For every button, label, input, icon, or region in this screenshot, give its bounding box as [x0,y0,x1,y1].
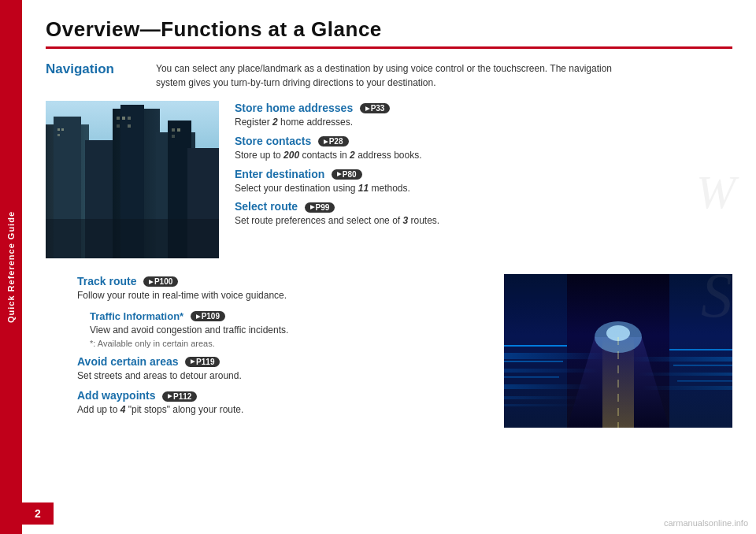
svg-rect-17 [172,128,175,132]
svg-point-31 [595,321,642,353]
svg-rect-18 [177,128,180,132]
svg-rect-37 [504,361,563,362]
page-number: 2 [22,502,54,525]
svg-point-32 [606,325,630,341]
feature-select-route-desc: Set route preferences and select one of … [235,214,732,228]
feature-avoid-areas-title: Avoid certain areas [77,355,179,368]
svg-rect-39 [669,349,732,350]
feature-store-contacts: Store contacts P28 Store up to 200 conta… [235,134,732,162]
feature-enter-destination-ref: P80 [332,169,362,180]
feature-enter-destination-desc: Select your destination using 11 methods… [235,182,732,195]
feature-avoid-areas-desc: Set streets and areas to detour around. [77,369,488,383]
feature-avoid-areas-ref: P119 [185,357,220,367]
feature-store-home: Store home addresses P33 Register 2 home… [235,101,732,129]
compass-s-decoration: S [701,260,732,332]
svg-rect-11 [57,134,60,136]
feature-track-route-ref: P100 [143,276,178,287]
svg-rect-20 [46,219,219,258]
svg-rect-40 [673,365,732,366]
feature-store-home-title: Store home addresses [235,102,353,114]
svg-rect-36 [504,345,567,347]
watermark: carmanualsonline.info [664,518,748,528]
upper-content-row: Store home addresses P33 Register 2 home… [46,101,732,258]
page-title: Overview—Functions at a Glance [46,17,732,49]
main-content: Overview—Functions at a Glance Navigatio… [22,0,756,534]
svg-rect-16 [128,124,131,128]
sidebar: Quick Reference Guide [0,0,22,534]
feature-traffic-info-ref: P109 [191,311,225,321]
feature-store-home-desc: Register 2 home addresses. [235,116,732,129]
feature-store-contacts-ref: P28 [318,136,349,146]
navigation-label: Navigation [46,61,156,90]
svg-rect-13 [122,117,125,120]
feature-traffic-info-desc: View and avoid congestion and traffic in… [90,324,488,337]
feature-traffic-info: Traffic Information* P109 View and avoid… [90,309,488,348]
feature-avoid-areas: Avoid certain areas P119 Set streets and… [77,354,488,383]
feature-enter-destination-title: Enter destination [235,168,324,180]
feature-enter-destination: Enter destination P80 Select your destin… [235,167,732,195]
road-image [504,274,732,428]
svg-rect-41 [677,380,732,382]
svg-rect-19 [172,135,175,138]
svg-rect-9 [57,128,60,131]
upper-feature-list: Store home addresses P33 Register 2 home… [235,101,732,258]
feature-add-waypoints-title: Add waypoints [77,389,156,402]
feature-traffic-info-footnote: *: Available only in certain areas. [90,339,488,348]
feature-select-route-ref: P99 [305,202,335,213]
lower-content-row: Track route P100 Follow your route in re… [46,274,732,428]
feature-select-route-title: Select route [235,200,298,213]
feature-store-home-ref: P33 [360,103,391,113]
svg-rect-14 [128,117,131,120]
navigation-section: Navigation You can select any place/land… [46,61,732,90]
svg-rect-12 [117,117,120,120]
svg-rect-10 [61,128,64,131]
compass-w-decoration: W [696,165,736,220]
feature-store-contacts-desc: Store up to 200 contacts in 2 address bo… [235,149,732,162]
navigation-description: You can select any place/landmark as a d… [156,61,613,90]
sidebar-label: Quick Reference Guide [6,211,16,323]
feature-select-route: Select route P99 Set route preferences a… [235,199,732,228]
feature-track-route: Track route P100 Follow your route in re… [77,274,488,302]
svg-rect-15 [117,124,120,128]
feature-track-route-title: Track route [77,275,136,287]
feature-track-route-desc: Follow your route in real-time with voic… [77,289,488,302]
feature-add-waypoints-ref: P112 [162,391,197,402]
lower-feature-list: Track route P100 Follow your route in re… [46,274,488,428]
svg-rect-38 [504,376,559,378]
feature-add-waypoints: Add waypoints P112 Add up to 4 "pit stop… [77,388,488,417]
svg-rect-34 [504,274,567,428]
feature-store-contacts-title: Store contacts [235,135,311,147]
building-image [46,101,219,258]
feature-add-waypoints-desc: Add up to 4 "pit stops" along your route… [77,403,488,417]
feature-traffic-info-title: Traffic Information* [90,310,183,322]
